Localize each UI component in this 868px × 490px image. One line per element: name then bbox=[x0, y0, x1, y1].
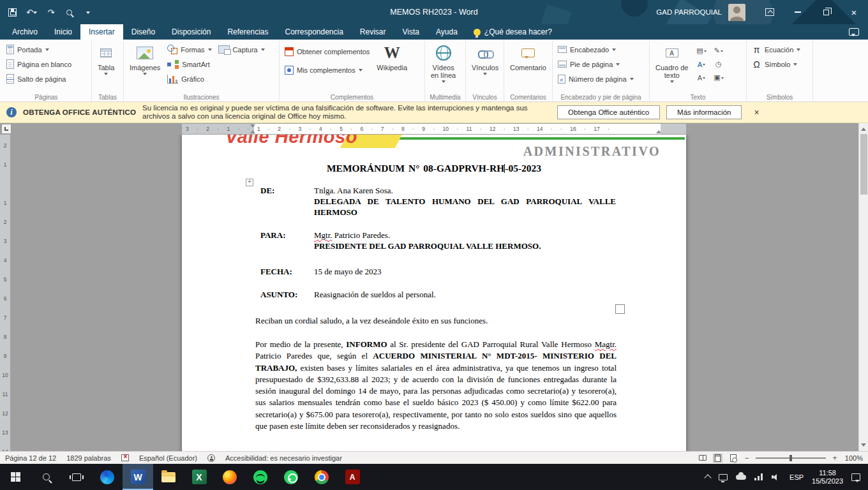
mis-complementos-button[interactable]: Mis complementos bbox=[283, 61, 371, 79]
undo-button[interactable]: ↶ bbox=[26, 6, 37, 19]
restore-button[interactable] bbox=[812, 0, 840, 24]
keyboard-language[interactable]: ESP bbox=[789, 473, 804, 481]
save-button[interactable] bbox=[8, 6, 17, 19]
task-view-button[interactable] bbox=[61, 464, 92, 490]
hidden-icons-chevron[interactable] bbox=[704, 474, 711, 481]
tell-me-search[interactable]: ¿Qué desea hacer? bbox=[466, 24, 560, 40]
elementos-rapidos-button[interactable]: ▤ bbox=[693, 45, 709, 57]
smartart-button[interactable]: SmartArt bbox=[165, 57, 213, 71]
tab-vista[interactable]: Vista bbox=[394, 24, 428, 40]
checkbox-mark[interactable] bbox=[615, 304, 625, 314]
print-layout-button[interactable] bbox=[713, 454, 722, 463]
ribbon-display-options-button[interactable] bbox=[756, 0, 784, 24]
tab-archivo[interactable]: Archivo bbox=[4, 24, 46, 40]
zoom-out-button[interactable]: − bbox=[744, 454, 750, 463]
encabezado-button[interactable]: Encabezado bbox=[556, 42, 636, 57]
message-bar-close-button[interactable]: × bbox=[748, 107, 765, 117]
vinculos-label: Vínculos bbox=[472, 64, 498, 71]
scroll-down-arrow[interactable] bbox=[859, 442, 868, 451]
document-page[interactable]: Valle Hermoso ADMINISTRATIVO MEMORÁNDUM … bbox=[182, 135, 686, 451]
vertical-scrollbar[interactable] bbox=[858, 123, 868, 451]
get-genuine-office-button[interactable]: Obtenga Office auténtico bbox=[557, 105, 660, 119]
user-avatar[interactable] bbox=[728, 4, 745, 21]
tab-referencias[interactable]: Referencias bbox=[219, 24, 276, 40]
taskbar-edge-button[interactable] bbox=[92, 464, 123, 490]
network-icon[interactable] bbox=[754, 473, 763, 480]
indent-marker-right[interactable] bbox=[656, 124, 662, 133]
wikipedia-button[interactable]: W Wikipedia bbox=[374, 42, 410, 71]
horizontal-ruler[interactable]: 3 · 2 · 1 · · 1 · 2 · 3 · 4 · 5 · 6 · 7 … bbox=[182, 124, 686, 134]
taskbar-firefox-button[interactable] bbox=[214, 464, 245, 490]
tab-revisar[interactable]: Revisar bbox=[352, 24, 394, 40]
taskbar-acrobat-button[interactable]: A bbox=[337, 464, 368, 490]
vertical-ruler[interactable]: 2 1 1 2 3 4 5 6 7 8 9 10 11 12 13 14 bbox=[0, 135, 10, 451]
objeto-button[interactable]: ▣ bbox=[710, 71, 726, 84]
language-indicator[interactable]: Español (Ecuador) bbox=[139, 454, 197, 462]
cuadro-de-texto-button[interactable]: Cuadro de texto bbox=[653, 42, 691, 85]
word-count[interactable]: 1829 palabras bbox=[66, 454, 111, 462]
salto-de-pagina-button[interactable]: Salto de página bbox=[4, 71, 73, 86]
portada-button[interactable]: Portada bbox=[4, 42, 73, 57]
letra-capital-button[interactable]: A bbox=[693, 71, 709, 84]
action-center-icon[interactable] bbox=[851, 473, 860, 481]
minimize-button[interactable] bbox=[784, 0, 812, 24]
wordart-button[interactable]: A bbox=[693, 58, 709, 70]
indent-marker-left[interactable] bbox=[250, 124, 256, 133]
zoom-button[interactable] bbox=[65, 6, 74, 19]
grafico-button[interactable]: Gráfico bbox=[165, 71, 213, 86]
tab-selector[interactable] bbox=[1, 124, 11, 134]
formas-button[interactable]: Formas bbox=[165, 42, 213, 57]
feedback-icon[interactable] bbox=[849, 28, 859, 36]
clock[interactable]: 11:58 15/5/2023 bbox=[812, 469, 843, 486]
tab-correspondencia[interactable]: Correspondencia bbox=[276, 24, 351, 40]
tab-insertar[interactable]: Insertar bbox=[80, 24, 123, 40]
accessibility-status[interactable]: Accesibilidad: es necesario investigar bbox=[225, 454, 342, 462]
scroll-up-arrow[interactable] bbox=[859, 123, 868, 133]
display-tray-icon[interactable] bbox=[719, 474, 728, 480]
zoom-level[interactable]: 100% bbox=[844, 454, 863, 462]
close-button[interactable]: × bbox=[840, 0, 868, 24]
portada-label: Portada bbox=[17, 46, 42, 54]
tab-ayuda[interactable]: Ayuda bbox=[428, 24, 466, 40]
taskbar-word-button[interactable]: W bbox=[123, 464, 153, 490]
fecha-y-hora-button[interactable]: ◷ bbox=[710, 58, 726, 70]
redo-button[interactable]: ↷ bbox=[47, 6, 56, 19]
simbolo-button[interactable]: Ω Símbolo bbox=[750, 57, 802, 71]
read-mode-button[interactable] bbox=[698, 454, 707, 463]
numero-de-pagina-button[interactable]: Número de página bbox=[556, 71, 636, 86]
taskbar-spotify-button[interactable] bbox=[245, 464, 276, 490]
imagenes-button[interactable]: Imágenes bbox=[127, 42, 163, 77]
vinculos-button[interactable]: Vínculos bbox=[469, 42, 501, 77]
taskbar-file-explorer-button[interactable] bbox=[153, 464, 184, 490]
taskbar-excel-button[interactable]: X bbox=[184, 464, 214, 490]
proofing-errors-icon[interactable] bbox=[121, 454, 129, 461]
scrollbar-thumb[interactable] bbox=[860, 134, 867, 195]
header-administrativo: ADMINISTRATIVO bbox=[523, 144, 661, 159]
pie-de-pagina-button[interactable]: Pie de página bbox=[556, 57, 636, 71]
volume-icon[interactable] bbox=[772, 473, 781, 481]
zoom-in-button[interactable]: + bbox=[832, 454, 838, 463]
videos-en-linea-button[interactable]: Vídeos en línea bbox=[428, 42, 458, 85]
customize-qat-button[interactable] bbox=[84, 6, 93, 19]
linea-de-firma-button[interactable]: ✎ bbox=[710, 45, 726, 57]
account-name[interactable]: GAD PARROQUIAL bbox=[656, 8, 722, 16]
zoom-slider[interactable] bbox=[756, 457, 826, 459]
taskbar-search-button[interactable] bbox=[31, 464, 61, 490]
tabla-button[interactable]: Tabla bbox=[95, 42, 117, 77]
object-anchor-handle[interactable] bbox=[246, 179, 253, 186]
comentario-button[interactable]: Comentario bbox=[507, 42, 549, 71]
web-layout-button[interactable] bbox=[728, 454, 738, 463]
tab-diseno[interactable]: Diseño bbox=[123, 24, 163, 40]
pagina-en-blanco-button[interactable]: Página en blanco bbox=[4, 57, 73, 71]
tab-disposicion[interactable]: Disposición bbox=[163, 24, 219, 40]
more-info-button[interactable]: Más información bbox=[666, 105, 742, 119]
onedrive-tray-icon[interactable] bbox=[736, 475, 746, 480]
obtener-complementos-button[interactable]: Obtener complementos bbox=[283, 42, 371, 61]
ecuacion-button[interactable]: π Ecuación bbox=[750, 42, 802, 57]
taskbar-whatsapp-button[interactable] bbox=[276, 464, 306, 490]
start-button[interactable] bbox=[0, 464, 31, 490]
captura-button[interactable]: Captura bbox=[216, 42, 267, 57]
taskbar-chrome-button[interactable] bbox=[306, 464, 337, 490]
tab-inicio[interactable]: Inicio bbox=[46, 24, 80, 40]
page-indicator[interactable]: Página 12 de 12 bbox=[5, 454, 56, 462]
